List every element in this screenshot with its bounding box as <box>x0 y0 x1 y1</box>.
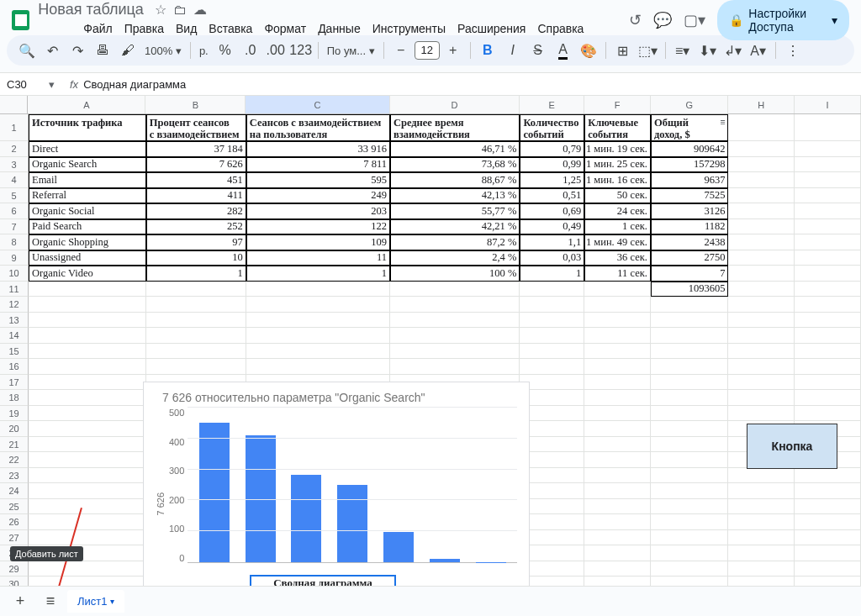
empty-cell[interactable] <box>795 545 861 561</box>
empty-cell[interactable] <box>584 545 651 561</box>
data-cell[interactable]: Organic Shopping <box>29 234 146 250</box>
col-header-E[interactable]: E <box>520 96 584 113</box>
menu-формат[interactable]: Формат <box>259 20 311 37</box>
empty-cell[interactable] <box>795 297 861 313</box>
empty-cell[interactable] <box>29 499 146 515</box>
data-cell[interactable] <box>795 157 861 173</box>
empty-cell[interactable] <box>728 313 795 329</box>
empty-cell[interactable] <box>584 530 651 546</box>
empty-cell[interactable] <box>584 313 651 329</box>
row-header-1[interactable]: 1 <box>0 114 29 141</box>
empty-cell[interactable] <box>146 344 246 360</box>
move-icon[interactable]: 🗀 <box>173 3 187 17</box>
currency-button[interactable]: р. <box>196 45 212 57</box>
empty-cell[interactable] <box>728 375 795 391</box>
data-cell[interactable]: 7 811 <box>246 157 390 173</box>
data-cell[interactable]: 0,99 <box>520 157 584 173</box>
row-header-18[interactable]: 18 <box>0 390 29 406</box>
empty-cell[interactable] <box>795 375 861 391</box>
empty-cell[interactable] <box>584 483 651 499</box>
data-cell[interactable]: 42,21 % <box>390 219 520 235</box>
data-cell[interactable] <box>584 282 651 297</box>
fill-color-button[interactable]: 🎨 <box>577 39 600 62</box>
data-cell[interactable]: Unassigned <box>29 250 146 266</box>
filter-icon[interactable]: ≡ <box>720 117 725 128</box>
row-header-20[interactable]: 20 <box>0 421 29 437</box>
empty-cell[interactable] <box>246 313 390 329</box>
strikethrough-button[interactable]: S <box>526 39 550 62</box>
data-cell[interactable]: 2,4 % <box>390 250 520 266</box>
all-sheets-button[interactable]: ≡ <box>37 590 64 613</box>
data-cell[interactable]: 909642 <box>651 141 729 157</box>
data-cell[interactable]: 411 <box>146 188 246 204</box>
empty-cell[interactable] <box>795 406 861 422</box>
empty-cell[interactable] <box>584 514 651 530</box>
empty-cell[interactable] <box>584 375 651 391</box>
data-cell[interactable]: 55,77 % <box>390 203 520 219</box>
data-cell[interactable]: 24 сек. <box>584 203 651 219</box>
text-color-button[interactable]: A <box>552 39 575 62</box>
data-cell[interactable]: Direct <box>29 141 146 157</box>
data-cell[interactable] <box>246 282 390 297</box>
cloud-icon[interactable]: ☁ <box>193 3 207 17</box>
data-cell[interactable] <box>728 219 795 235</box>
data-cell[interactable]: 11 сек. <box>584 266 651 282</box>
row-header-29[interactable]: 29 <box>0 561 29 577</box>
empty-cell[interactable] <box>246 344 390 360</box>
empty-cell[interactable] <box>795 468 861 484</box>
empty-cell[interactable] <box>29 313 146 329</box>
share-button[interactable]: 🔒 Настройки Доступа ▾ <box>717 0 849 40</box>
data-cell[interactable]: 11 <box>246 250 390 266</box>
empty-cell[interactable] <box>728 483 795 499</box>
data-cell[interactable] <box>795 141 861 157</box>
empty-cell[interactable] <box>29 530 146 546</box>
empty-cell[interactable] <box>795 514 861 530</box>
data-cell[interactable] <box>728 172 795 188</box>
row-header-23[interactable]: 23 <box>0 468 29 484</box>
empty-cell[interactable] <box>795 390 861 406</box>
data-cell[interactable] <box>795 234 861 250</box>
data-cell[interactable]: 0,03 <box>520 250 584 266</box>
row-header-15[interactable]: 15 <box>0 344 29 360</box>
empty-cell[interactable] <box>728 390 795 406</box>
menu-данные[interactable]: Данные <box>313 20 366 37</box>
data-cell[interactable]: Paid Search <box>29 219 146 235</box>
empty-cell[interactable] <box>520 344 584 360</box>
col-header-B[interactable]: B <box>145 96 246 113</box>
user-button-shape[interactable]: Кнопка <box>747 424 837 469</box>
borders-button[interactable]: ⊞ <box>611 39 635 62</box>
empty-cell[interactable] <box>29 437 146 453</box>
empty-cell[interactable] <box>728 359 795 375</box>
data-cell[interactable]: 1 мин. 16 сек. <box>584 172 651 188</box>
more-button[interactable]: ⋮ <box>781 39 805 62</box>
header-cell[interactable] <box>795 114 861 141</box>
empty-cell[interactable] <box>146 328 246 344</box>
data-cell[interactable]: 88,67 % <box>390 172 520 188</box>
row-header-27[interactable]: 27 <box>0 530 29 546</box>
data-cell[interactable] <box>520 282 584 297</box>
paint-format-button[interactable]: 🖌 <box>116 39 140 62</box>
row-header-3[interactable]: 3 <box>0 157 29 173</box>
data-cell[interactable]: 1093605 <box>651 282 729 297</box>
data-cell[interactable] <box>728 250 795 266</box>
empty-cell[interactable] <box>795 359 861 375</box>
halign-button[interactable]: ≡▾ <box>671 39 695 62</box>
data-cell[interactable]: 1 <box>246 266 390 282</box>
search-icon[interactable]: 🔍 <box>15 39 39 62</box>
empty-cell[interactable] <box>584 297 651 313</box>
empty-cell[interactable] <box>520 297 584 313</box>
empty-cell[interactable] <box>390 297 520 313</box>
empty-cell[interactable] <box>584 406 651 422</box>
select-all-corner[interactable] <box>0 96 28 113</box>
data-cell[interactable]: 0,51 <box>520 188 584 204</box>
empty-cell[interactable] <box>29 328 146 344</box>
menu-справка[interactable]: Справка <box>532 20 589 37</box>
data-cell[interactable]: 249 <box>246 188 390 204</box>
empty-cell[interactable] <box>795 499 861 515</box>
data-cell[interactable]: 1 <box>146 266 246 282</box>
data-cell[interactable]: 2750 <box>651 250 729 266</box>
empty-cell[interactable] <box>651 313 729 329</box>
empty-cell[interactable] <box>584 452 651 468</box>
empty-cell[interactable] <box>146 359 246 375</box>
increase-decimal-button[interactable]: .00 <box>264 39 288 62</box>
